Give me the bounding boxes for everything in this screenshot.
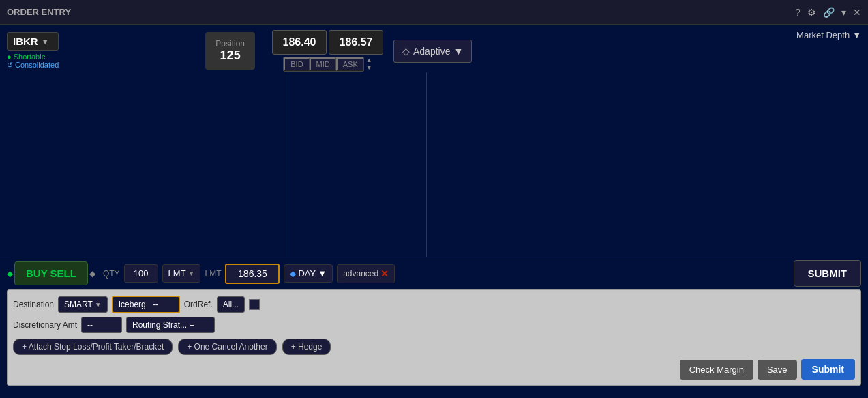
attach-button[interactable]: + Attach Stop Loss/Profit Taker/Bracket: [13, 339, 173, 355]
position-box: Position 125: [205, 32, 255, 70]
help-icon[interactable]: ?: [795, 7, 800, 18]
advanced-panel: Destination SMART ▼ Iceberg -- OrdRef. A…: [7, 289, 861, 386]
price-field[interactable]: 186.35: [225, 264, 280, 284]
market-depth-arrow: ▼: [852, 30, 861, 40]
consolidated-label: ↺ Consolidated: [7, 61, 59, 70]
iceberg-label: Iceberg: [119, 300, 146, 309]
tif-arrow: ▼: [318, 268, 327, 279]
order-type-dropdown[interactable]: LMT ▼: [162, 264, 201, 283]
order-row: ◆ BUY SELL ◆ QTY 100 LMT ▼ LMT 186.35 ◆ …: [0, 257, 868, 289]
tif-value: DAY: [298, 268, 316, 279]
check-margin-button[interactable]: Check Margin: [680, 360, 753, 380]
ticker-symbol: IBKR: [13, 35, 38, 47]
bid-price-button[interactable]: 186.40: [272, 30, 327, 55]
titlebar: ORDER ENTRY ? ⚙ 🔗 ▾ ✕: [0, 0, 868, 25]
bid-mid-ask-selector: BID MID ASK: [283, 57, 364, 72]
ordref-field[interactable]: All...: [217, 296, 245, 313]
qty-label: QTY: [103, 269, 120, 279]
iceberg-field[interactable]: Iceberg --: [112, 296, 180, 313]
vertical-line-1: [288, 72, 288, 257]
ask-button[interactable]: ASK: [336, 57, 363, 71]
buy-sell-container: ◆ BUY SELL ◆: [7, 261, 95, 285]
ticker-info: ● Shortable ↺ Consolidated: [7, 53, 59, 70]
discretionary-field[interactable]: --: [81, 317, 122, 333]
oca-button[interactable]: + One Cancel Another: [178, 339, 276, 355]
market-depth-label: Market Depth: [796, 30, 850, 40]
tif-dropdown[interactable]: ◆ DAY ▼: [284, 264, 333, 283]
close-icon[interactable]: ✕: [853, 7, 861, 18]
market-depth-button[interactable]: Market Depth ▼: [796, 30, 861, 40]
mid-button[interactable]: MID: [310, 57, 336, 71]
save-button[interactable]: Save: [758, 360, 797, 380]
advanced-label: advanced: [343, 269, 378, 279]
discretionary-label: Discretionary Amt: [13, 320, 77, 330]
routing-field[interactable]: Routing Strat... --: [126, 317, 215, 333]
sell-dot: ◆: [89, 269, 95, 279]
hedge-button[interactable]: + Hedge: [282, 339, 331, 355]
ordref-checkbox[interactable]: [249, 299, 260, 310]
titlebar-controls: ? ⚙ 🔗 ▾ ✕: [795, 7, 861, 18]
submit-bottom-button[interactable]: Submit: [801, 359, 855, 380]
action-buttons: + Attach Stop Loss/Profit Taker/Bracket …: [13, 339, 855, 355]
ticker-selector[interactable]: IBKR ▼: [7, 32, 59, 51]
iceberg-value: --: [153, 300, 158, 309]
bottom-buttons: Check Margin Save Submit: [13, 359, 855, 380]
vertical-line-2: [426, 72, 427, 257]
order-row-wrapper: ◆ BUY SELL ◆ QTY 100 LMT ▼ LMT 186.35 ◆ …: [0, 257, 868, 386]
arrow-icon[interactable]: ▾: [841, 7, 846, 18]
qty-field[interactable]: 100: [124, 264, 158, 283]
order-type-value: LMT: [168, 268, 186, 279]
link-icon[interactable]: 🔗: [823, 7, 835, 18]
settings-icon[interactable]: ⚙: [807, 7, 816, 18]
price-arrows[interactable]: ▲ ▼: [366, 57, 372, 72]
up-arrow: ▲: [366, 57, 372, 64]
prices-block: 186.40 186.57 BID MID ASK ▲ ▼: [272, 30, 383, 72]
adaptive-label: Adaptive: [413, 46, 450, 57]
position-label: Position: [215, 39, 245, 48]
ordref-label: OrdRef.: [184, 300, 213, 309]
advanced-row1: Destination SMART ▼ Iceberg -- OrdRef. A…: [13, 296, 855, 313]
order-type-arrow: ▼: [188, 270, 195, 277]
ticker-arrow: ▼: [42, 38, 49, 46]
bid-button[interactable]: BID: [284, 57, 309, 71]
main-area: IBKR ▼ ● Shortable ↺ Consolidated Positi…: [0, 25, 868, 257]
buy-sell-button[interactable]: BUY SELL: [14, 261, 88, 285]
adaptive-arrow: ▼: [453, 46, 463, 57]
advanced-button[interactable]: advanced ✕: [337, 264, 395, 283]
destination-arrow: ▼: [95, 301, 102, 309]
buy-dot: ◆: [7, 269, 13, 279]
top-bar: IBKR ▼ ● Shortable ↺ Consolidated Positi…: [0, 25, 868, 77]
tif-diamond: ◆: [290, 269, 296, 279]
submit-button[interactable]: SUBMIT: [794, 260, 862, 287]
routing-value: --: [189, 320, 194, 330]
down-arrow: ▼: [366, 64, 372, 72]
destination-dropdown[interactable]: SMART ▼: [58, 296, 108, 313]
ask-price-button[interactable]: 186.57: [329, 30, 383, 55]
routing-label: Routing Strat...: [132, 320, 187, 330]
price-buttons: 186.40 186.57: [272, 30, 383, 55]
lmt-label: LMT: [205, 269, 221, 279]
advanced-close[interactable]: ✕: [380, 268, 389, 279]
adaptive-button[interactable]: ◇ Adaptive ▼: [393, 40, 472, 63]
destination-value: SMART: [64, 300, 93, 309]
destination-label: Destination: [13, 300, 54, 309]
advanced-row2: Discretionary Amt -- Routing Strat... --: [13, 317, 855, 333]
shortable-label: ● Shortable: [7, 53, 59, 61]
window-title: ORDER ENTRY: [7, 7, 795, 17]
ticker-block: IBKR ▼ ● Shortable ↺ Consolidated: [7, 32, 59, 70]
position-value: 125: [215, 48, 245, 63]
adaptive-diamond: ◇: [402, 46, 410, 57]
